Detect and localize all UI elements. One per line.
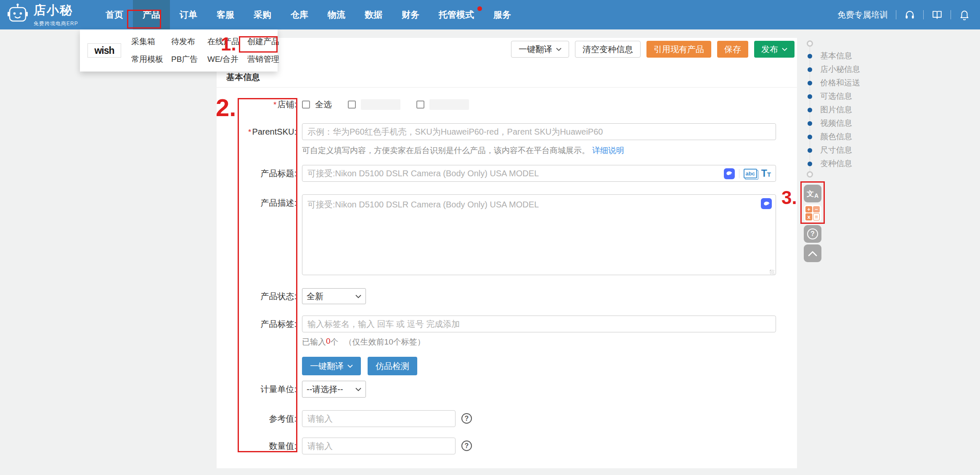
- anchor-dot[interactable]: [808, 108, 812, 112]
- product-tags-label: 产品标签:: [217, 316, 297, 332]
- nav-item-purchase[interactable]: 采购: [244, 0, 281, 29]
- ai-translate-whale-icon[interactable]: [724, 168, 735, 179]
- product-title-input[interactable]: [302, 165, 776, 182]
- reference-value-label-text: 参考值: [269, 414, 294, 423]
- menu-item-online-products[interactable]: 在线产品: [207, 36, 247, 47]
- wish-platform-logo[interactable]: wish: [87, 43, 121, 58]
- anchor-optional-info[interactable]: 可选信息: [820, 92, 852, 101]
- translate-cn-glyph: 文: [807, 189, 814, 199]
- save-button[interactable]: 保存: [717, 41, 748, 58]
- menu-item-we-merge[interactable]: WE/合并: [207, 54, 247, 65]
- store-checkbox[interactable]: [348, 101, 356, 109]
- spell-check-icon[interactable]: abc: [744, 169, 757, 178]
- measure-unit-label: 计量单位:: [217, 381, 297, 398]
- free-training-link[interactable]: 免费专属培训: [837, 9, 888, 21]
- product-tags-label-text: 产品标签: [260, 319, 294, 329]
- product-title-label: 产品标题:: [217, 165, 297, 182]
- menu-item-to-publish[interactable]: 待发布: [171, 36, 207, 47]
- page: 店小秘 免费跨境电商ERP 首页 产品 订单 客服 采购 仓库 物流 数据 财务…: [0, 0, 980, 475]
- question-mark-icon[interactable]: ?: [461, 413, 472, 424]
- nav-item-data[interactable]: 数据: [355, 0, 392, 29]
- anchor-size-info[interactable]: 尺寸信息: [820, 146, 852, 155]
- chevron-down-icon: [347, 364, 353, 368]
- app-logo[interactable]: 店小秘 免费跨境电商ERP: [7, 2, 96, 27]
- back-to-top-icon[interactable]: [804, 244, 821, 262]
- menu-item-common-templates[interactable]: 常用模板: [131, 54, 171, 65]
- store-checkbox[interactable]: [416, 101, 424, 109]
- product-dropdown-menu: wish 采集箱 待发布 在线产品 创建产品 常用模板 PB广告 WE/合并 营…: [80, 29, 278, 72]
- menu-item-create-product[interactable]: 创建产品: [247, 36, 286, 47]
- clear-variant-info-button[interactable]: 清空变种信息: [575, 41, 641, 58]
- measure-unit-label-text: 计量单位: [260, 385, 294, 394]
- section-title-basic-info: 基本信息: [226, 72, 260, 83]
- calc-times: x: [805, 213, 812, 220]
- headset-icon[interactable]: [904, 9, 915, 20]
- tags-translate-button[interactable]: 一键翻译: [302, 357, 361, 375]
- question-mark-icon[interactable]: ?: [461, 441, 472, 451]
- handbook-icon[interactable]: [932, 9, 943, 20]
- quantity-value-label: 数量值:: [217, 438, 297, 454]
- anchor-basic-info[interactable]: 基本信息: [820, 51, 852, 61]
- product-description-label-text: 产品描述: [260, 198, 294, 207]
- anchor-dianxiaomi-info[interactable]: 店小秘信息: [820, 65, 860, 74]
- anchor-dot[interactable]: [808, 121, 812, 126]
- nav-item-warehouse[interactable]: 仓库: [281, 0, 318, 29]
- nav-item-services[interactable]: 服务: [484, 0, 521, 29]
- ai-translate-whale-icon[interactable]: [761, 198, 772, 209]
- anchor-video-info[interactable]: 视频信息: [820, 119, 852, 128]
- menu-item-collection-box[interactable]: 采集箱: [131, 36, 171, 47]
- anchor-dot[interactable]: [808, 148, 812, 153]
- bell-icon[interactable]: [959, 9, 970, 20]
- tags-entered-count: 0: [326, 337, 331, 348]
- publish-button[interactable]: 发布: [754, 41, 795, 58]
- resize-handle[interactable]: [770, 270, 774, 274]
- translate-tool-icon[interactable]: 文A: [804, 185, 821, 202]
- nav-item-hosting-mode[interactable]: 托管模式: [429, 0, 484, 29]
- text-case-icon[interactable]: TT: [761, 168, 771, 179]
- measure-unit-value: --请选择--: [307, 384, 343, 395]
- anchor-dot[interactable]: [808, 54, 812, 58]
- chevron-down-icon: [355, 295, 361, 298]
- nav-item-home[interactable]: 首页: [96, 0, 133, 29]
- select-all-checkbox[interactable]: [302, 101, 310, 109]
- product-condition-select[interactable]: 全新: [302, 288, 366, 304]
- required-mark: *: [273, 100, 276, 109]
- anchor-variant-info[interactable]: 变种信息: [820, 159, 852, 168]
- product-description-textarea[interactable]: [302, 194, 776, 275]
- select-all-label: 全选: [315, 99, 332, 110]
- menu-item-pb-ads[interactable]: PB广告: [171, 54, 207, 65]
- divider: [217, 87, 797, 88]
- help-glyph: ?: [807, 228, 818, 239]
- measure-unit-select[interactable]: --请选择--: [302, 381, 366, 398]
- anchor-dot[interactable]: [808, 81, 812, 85]
- anchor-image-info[interactable]: 图片信息: [820, 105, 852, 114]
- quote-existing-product-button[interactable]: 引用现有产品: [646, 41, 711, 58]
- one-key-translate-button[interactable]: 一键翻译: [511, 41, 569, 58]
- quantity-value-input[interactable]: [302, 438, 456, 454]
- nav-item-logistics[interactable]: 物流: [318, 0, 355, 29]
- product-tags-input[interactable]: [302, 316, 776, 332]
- store-label: *店铺:: [217, 99, 297, 110]
- calculator-tool-icon[interactable]: + − x =: [804, 204, 821, 222]
- detail-instructions-link[interactable]: 详细说明: [592, 146, 624, 155]
- reference-value-input[interactable]: [302, 410, 456, 427]
- menu-item-marketing[interactable]: 营销管理: [247, 54, 286, 65]
- anchor-dot[interactable]: [808, 67, 812, 72]
- required-mark: *: [248, 127, 251, 136]
- tags-count-help: 已输入0个（仅生效前10个标签）: [302, 337, 425, 348]
- anchor-color-info[interactable]: 颜色信息: [820, 132, 852, 141]
- help-tool-icon[interactable]: ?: [804, 225, 821, 243]
- nav-item-orders[interactable]: 订单: [170, 0, 207, 29]
- counterfeit-check-button[interactable]: 仿品检测: [368, 357, 417, 375]
- anchor-dot[interactable]: [808, 94, 812, 99]
- anchor-dot[interactable]: [808, 135, 812, 139]
- divider: [739, 169, 739, 178]
- nav-item-product[interactable]: 产品: [133, 0, 170, 29]
- text-case-small: T: [767, 171, 771, 178]
- anchor-dot[interactable]: [808, 162, 812, 166]
- nav-item-service-desk[interactable]: 客服: [207, 0, 244, 29]
- nav-item-finance[interactable]: 财务: [392, 0, 429, 29]
- anchor-price-shipping[interactable]: 价格和运送: [820, 78, 860, 88]
- divider: [896, 10, 896, 19]
- parent-sku-input[interactable]: [302, 123, 776, 140]
